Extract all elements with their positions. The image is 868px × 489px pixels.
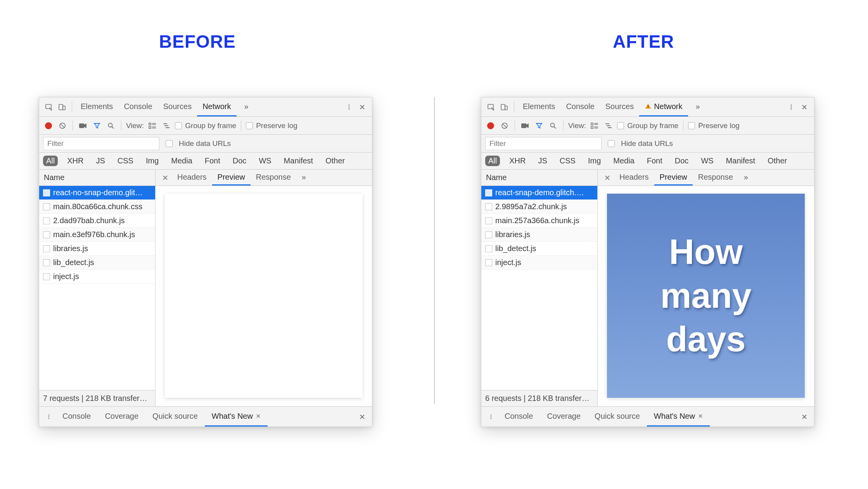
drawer-tab-coverage[interactable]: Coverage [540,407,588,427]
request-row[interactable]: libraries.js [39,242,155,256]
search-icon[interactable] [548,120,558,131]
type-filter-js[interactable]: JS [535,156,550,166]
tab-network[interactable]: Network [639,97,688,116]
request-row[interactable]: inject.js [39,270,155,284]
detail-tab-preview[interactable]: Preview [654,170,693,186]
type-filter-manifest[interactable]: Manifest [723,156,759,166]
request-row[interactable]: main.e3ef976b.chunk.js [39,228,155,242]
type-filter-img[interactable]: Img [143,156,162,166]
tab-sources[interactable]: Sources [158,97,197,116]
hide-data-urls-checkbox[interactable] [608,140,615,147]
drawer-tab-whats-new[interactable]: What's New [205,407,268,427]
request-list[interactable]: react-no-snap-demo.glit… main.80ca66ca.c… [39,186,155,390]
group-by-frame-checkbox[interactable] [617,122,624,129]
type-filter-ws[interactable]: WS [256,156,274,166]
preserve-log-checkbox[interactable] [688,122,695,129]
type-filter-ws[interactable]: WS [698,156,716,166]
camera-icon[interactable] [78,120,88,131]
request-row[interactable]: lib_detect.js [39,256,155,270]
camera-icon[interactable] [520,120,531,131]
filter-icon[interactable] [534,120,545,131]
tab-console[interactable]: Console [560,97,600,116]
drawer-tab-console[interactable]: Console [55,407,98,427]
tab-elements[interactable]: Elements [75,97,118,116]
drawer-menu-icon[interactable] [484,407,498,427]
request-row[interactable]: main.257a366a.chunk.js [481,214,597,228]
type-filter-xhr[interactable]: XHR [64,156,86,166]
waterfall-icon[interactable] [603,120,614,131]
filter-input[interactable] [43,137,159,150]
drawer-tab-quick-source[interactable]: Quick source [588,407,647,427]
group-by-frame-checkbox[interactable] [175,122,182,129]
type-filter-img[interactable]: Img [585,156,604,166]
type-filter-all[interactable]: All [485,156,500,166]
filter-input[interactable] [485,137,602,150]
request-row[interactable]: react-no-snap-demo.glit… [39,186,155,200]
record-icon[interactable] [485,120,496,131]
type-filter-doc[interactable]: Doc [672,156,692,166]
kebab-menu-icon[interactable] [785,101,798,114]
tab-network[interactable]: Network [197,97,236,116]
waterfall-icon[interactable] [161,120,172,131]
clear-icon[interactable] [499,120,510,131]
tab-elements[interactable]: Elements [517,97,560,116]
request-row[interactable]: 2.9895a7a2.chunk.js [481,200,597,214]
detail-tab-preview[interactable]: Preview [212,170,251,186]
kebab-menu-icon[interactable] [342,101,356,114]
drawer-menu-icon[interactable] [42,407,55,427]
type-filter-doc[interactable]: Doc [230,156,250,166]
close-tab-icon[interactable] [256,414,261,418]
request-row[interactable]: react-snap-demo.glitch.… [481,186,597,200]
column-header-name[interactable]: Name [481,170,597,186]
type-filter-font[interactable]: Font [644,156,666,166]
request-list[interactable]: react-snap-demo.glitch.… 2.9895a7a2.chun… [481,186,597,390]
type-filter-other[interactable]: Other [764,156,790,166]
filter-icon[interactable] [92,120,102,131]
preserve-log-checkbox[interactable] [246,122,253,129]
clear-icon[interactable] [57,120,68,131]
close-detail-icon[interactable] [601,170,614,186]
detail-tab-headers[interactable]: Headers [172,170,212,186]
drawer-tab-coverage[interactable]: Coverage [98,407,145,427]
close-detail-icon[interactable] [159,170,172,186]
type-filter-xhr[interactable]: XHR [506,156,529,166]
inspect-icon[interactable] [484,101,498,114]
close-tab-icon[interactable] [698,414,703,418]
drawer-tab-whats-new[interactable]: What's New [647,407,710,427]
record-icon[interactable] [43,120,54,131]
request-row[interactable]: lib_detect.js [481,242,597,256]
close-drawer-icon[interactable] [356,407,369,427]
close-drawer-icon[interactable] [798,407,811,427]
type-filter-font[interactable]: Font [202,156,223,166]
detail-tab-response[interactable]: Response [251,170,296,186]
detail-tabs-overflow-icon[interactable]: » [738,170,754,186]
search-icon[interactable] [105,120,116,131]
type-filter-js[interactable]: JS [93,156,108,166]
large-rows-icon[interactable] [589,120,600,131]
tabs-overflow-icon[interactable]: » [690,97,705,116]
type-filter-media[interactable]: Media [610,156,637,166]
hide-data-urls-checkbox[interactable] [166,140,173,147]
tab-sources[interactable]: Sources [600,97,639,116]
tabs-overflow-icon[interactable]: » [239,97,254,116]
detail-tabs-overflow-icon[interactable]: » [296,170,311,186]
type-filter-manifest[interactable]: Manifest [281,156,316,166]
close-devtools-icon[interactable] [356,101,369,114]
request-row[interactable]: 2.dad97bab.chunk.js [39,214,155,228]
close-devtools-icon[interactable] [798,101,811,114]
type-filter-media[interactable]: Media [168,156,195,166]
detail-tab-response[interactable]: Response [693,170,738,186]
column-header-name[interactable]: Name [39,170,155,186]
inspect-icon[interactable] [42,101,55,114]
drawer-tab-console[interactable]: Console [498,407,540,427]
type-filter-css[interactable]: CSS [114,156,137,166]
request-row[interactable]: inject.js [481,256,597,270]
large-rows-icon[interactable] [147,120,158,131]
drawer-tab-quick-source[interactable]: Quick source [145,407,205,427]
tab-console[interactable]: Console [118,97,157,116]
detail-tab-headers[interactable]: Headers [614,170,654,186]
type-filter-other[interactable]: Other [322,156,348,166]
request-row[interactable]: libraries.js [481,228,597,242]
request-row[interactable]: main.80ca66ca.chunk.css [39,200,155,214]
type-filter-css[interactable]: CSS [557,156,579,166]
